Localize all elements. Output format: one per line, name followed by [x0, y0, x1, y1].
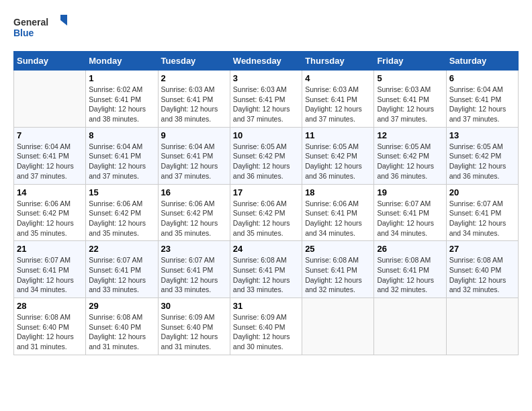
cell-content: Sunrise: 6:03 AMSunset: 6:41 PMDaylight:…: [233, 85, 299, 124]
calendar-cell: 16Sunrise: 6:06 AMSunset: 6:42 PMDayligh…: [158, 184, 230, 241]
calendar-cell: 6Sunrise: 6:04 AMSunset: 6:41 PMDaylight…: [446, 71, 518, 128]
day-number: 26: [377, 244, 443, 254]
week-row-1: 1Sunrise: 6:02 AMSunset: 6:41 PMDaylight…: [14, 71, 519, 128]
calendar-cell: 31Sunrise: 6:09 AMSunset: 6:40 PMDayligh…: [230, 298, 302, 355]
day-number: 9: [161, 130, 227, 140]
cell-content: Sunrise: 6:04 AMSunset: 6:41 PMDaylight:…: [161, 142, 227, 181]
cell-content: Sunrise: 6:03 AMSunset: 6:41 PMDaylight:…: [377, 85, 443, 124]
day-number: 31: [233, 301, 299, 311]
weekday-header-saturday: Saturday: [446, 52, 518, 71]
day-number: 30: [161, 301, 227, 311]
calendar-cell: [302, 298, 374, 355]
calendar-cell: 20Sunrise: 6:07 AMSunset: 6:41 PMDayligh…: [446, 184, 518, 241]
svg-text:General: General: [13, 17, 48, 28]
cell-content: Sunrise: 6:06 AMSunset: 6:42 PMDaylight:…: [161, 199, 227, 238]
day-number: 2: [161, 73, 227, 83]
cell-content: Sunrise: 6:09 AMSunset: 6:40 PMDaylight:…: [161, 312, 227, 352]
cell-content: Sunrise: 6:07 AMSunset: 6:41 PMDaylight:…: [161, 255, 227, 295]
cell-content: Sunrise: 6:07 AMSunset: 6:41 PMDaylight:…: [377, 199, 443, 238]
cell-content: Sunrise: 6:05 AMSunset: 6:42 PMDaylight:…: [377, 142, 443, 181]
calendar-cell: 11Sunrise: 6:05 AMSunset: 6:42 PMDayligh…: [302, 127, 374, 184]
week-row-2: 7Sunrise: 6:04 AMSunset: 6:41 PMDaylight…: [14, 127, 519, 184]
cell-content: Sunrise: 6:07 AMSunset: 6:41 PMDaylight:…: [449, 199, 515, 238]
cell-content: Sunrise: 6:03 AMSunset: 6:41 PMDaylight:…: [161, 85, 227, 124]
week-row-5: 28Sunrise: 6:08 AMSunset: 6:40 PMDayligh…: [14, 298, 519, 355]
day-number: 4: [305, 73, 371, 83]
calendar-cell: 5Sunrise: 6:03 AMSunset: 6:41 PMDaylight…: [374, 71, 446, 128]
cell-content: Sunrise: 6:06 AMSunset: 6:42 PMDaylight:…: [89, 199, 154, 238]
calendar-cell: [374, 298, 446, 355]
day-number: 18: [305, 187, 371, 197]
weekday-header-friday: Friday: [374, 52, 446, 71]
calendar-cell: 17Sunrise: 6:06 AMSunset: 6:42 PMDayligh…: [230, 184, 302, 241]
day-number: 10: [233, 130, 299, 140]
weekday-header-thursday: Thursday: [302, 52, 374, 71]
cell-content: Sunrise: 6:08 AMSunset: 6:41 PMDaylight:…: [305, 255, 371, 295]
day-number: 17: [233, 187, 299, 197]
calendar-cell: 18Sunrise: 6:06 AMSunset: 6:41 PMDayligh…: [302, 184, 374, 241]
cell-content: Sunrise: 6:07 AMSunset: 6:41 PMDaylight:…: [89, 255, 154, 295]
cell-content: Sunrise: 6:08 AMSunset: 6:41 PMDaylight:…: [377, 255, 443, 295]
calendar-table: SundayMondayTuesdayWednesdayThursdayFrid…: [13, 51, 519, 355]
week-row-3: 14Sunrise: 6:06 AMSunset: 6:42 PMDayligh…: [14, 184, 519, 241]
calendar-cell: 13Sunrise: 6:05 AMSunset: 6:42 PMDayligh…: [446, 127, 518, 184]
day-number: 15: [89, 187, 154, 197]
calendar-cell: 10Sunrise: 6:05 AMSunset: 6:42 PMDayligh…: [230, 127, 302, 184]
calendar-cell: 7Sunrise: 6:04 AMSunset: 6:41 PMDaylight…: [14, 127, 86, 184]
weekday-header-row: SundayMondayTuesdayWednesdayThursdayFrid…: [14, 52, 519, 71]
calendar-cell: 22Sunrise: 6:07 AMSunset: 6:41 PMDayligh…: [86, 241, 158, 298]
day-number: 14: [17, 187, 83, 197]
day-number: 27: [449, 244, 515, 254]
svg-marker-2: [60, 15, 67, 26]
calendar-cell: 3Sunrise: 6:03 AMSunset: 6:41 PMDaylight…: [230, 71, 302, 128]
calendar-cell: 8Sunrise: 6:04 AMSunset: 6:41 PMDaylight…: [86, 127, 158, 184]
calendar-cell: 30Sunrise: 6:09 AMSunset: 6:40 PMDayligh…: [158, 298, 230, 355]
cell-content: Sunrise: 6:09 AMSunset: 6:40 PMDaylight:…: [233, 312, 299, 352]
calendar-cell: 24Sunrise: 6:08 AMSunset: 6:41 PMDayligh…: [230, 241, 302, 298]
calendar-cell: 19Sunrise: 6:07 AMSunset: 6:41 PMDayligh…: [374, 184, 446, 241]
day-number: 1: [89, 73, 154, 83]
day-number: 25: [305, 244, 371, 254]
calendar-cell: 21Sunrise: 6:07 AMSunset: 6:41 PMDayligh…: [14, 241, 86, 298]
calendar-cell: 29Sunrise: 6:08 AMSunset: 6:40 PMDayligh…: [86, 298, 158, 355]
cell-content: Sunrise: 6:07 AMSunset: 6:41 PMDaylight:…: [17, 255, 83, 295]
day-number: 12: [377, 130, 443, 140]
day-number: 5: [377, 73, 443, 83]
cell-content: Sunrise: 6:06 AMSunset: 6:42 PMDaylight:…: [233, 199, 299, 238]
cell-content: Sunrise: 6:05 AMSunset: 6:42 PMDaylight:…: [305, 142, 371, 181]
svg-text:Blue: Blue: [13, 28, 34, 38]
cell-content: Sunrise: 6:08 AMSunset: 6:40 PMDaylight:…: [17, 312, 83, 352]
day-number: 6: [449, 73, 515, 83]
calendar-cell: 26Sunrise: 6:08 AMSunset: 6:41 PMDayligh…: [374, 241, 446, 298]
calendar-cell: 4Sunrise: 6:03 AMSunset: 6:41 PMDaylight…: [302, 71, 374, 128]
cell-content: Sunrise: 6:05 AMSunset: 6:42 PMDaylight:…: [449, 142, 515, 181]
header: General Blue: [13, 13, 519, 40]
cell-content: Sunrise: 6:08 AMSunset: 6:40 PMDaylight:…: [89, 312, 154, 352]
cell-content: Sunrise: 6:02 AMSunset: 6:41 PMDaylight:…: [89, 85, 154, 124]
calendar-cell: 28Sunrise: 6:08 AMSunset: 6:40 PMDayligh…: [14, 298, 86, 355]
cell-content: Sunrise: 6:08 AMSunset: 6:41 PMDaylight:…: [233, 255, 299, 295]
cell-content: Sunrise: 6:04 AMSunset: 6:41 PMDaylight:…: [17, 142, 83, 181]
weekday-header-wednesday: Wednesday: [230, 52, 302, 71]
cell-content: Sunrise: 6:04 AMSunset: 6:41 PMDaylight:…: [449, 85, 515, 124]
calendar-cell: 25Sunrise: 6:08 AMSunset: 6:41 PMDayligh…: [302, 241, 374, 298]
day-number: 22: [89, 244, 154, 254]
day-number: 16: [161, 187, 227, 197]
week-row-4: 21Sunrise: 6:07 AMSunset: 6:41 PMDayligh…: [14, 241, 519, 298]
day-number: 20: [449, 187, 515, 197]
day-number: 8: [89, 130, 154, 140]
day-number: 24: [233, 244, 299, 254]
day-number: 23: [161, 244, 227, 254]
calendar-cell: [446, 298, 518, 355]
day-number: 11: [305, 130, 371, 140]
weekday-header-monday: Monday: [86, 52, 158, 71]
calendar-cell: 23Sunrise: 6:07 AMSunset: 6:41 PMDayligh…: [158, 241, 230, 298]
calendar-cell: 15Sunrise: 6:06 AMSunset: 6:42 PMDayligh…: [86, 184, 158, 241]
day-number: 29: [89, 301, 154, 311]
day-number: 28: [17, 301, 83, 311]
calendar-cell: 12Sunrise: 6:05 AMSunset: 6:42 PMDayligh…: [374, 127, 446, 184]
calendar-cell: 27Sunrise: 6:08 AMSunset: 6:40 PMDayligh…: [446, 241, 518, 298]
calendar-cell: 9Sunrise: 6:04 AMSunset: 6:41 PMDaylight…: [158, 127, 230, 184]
weekday-header-sunday: Sunday: [14, 52, 86, 71]
day-number: 19: [377, 187, 443, 197]
